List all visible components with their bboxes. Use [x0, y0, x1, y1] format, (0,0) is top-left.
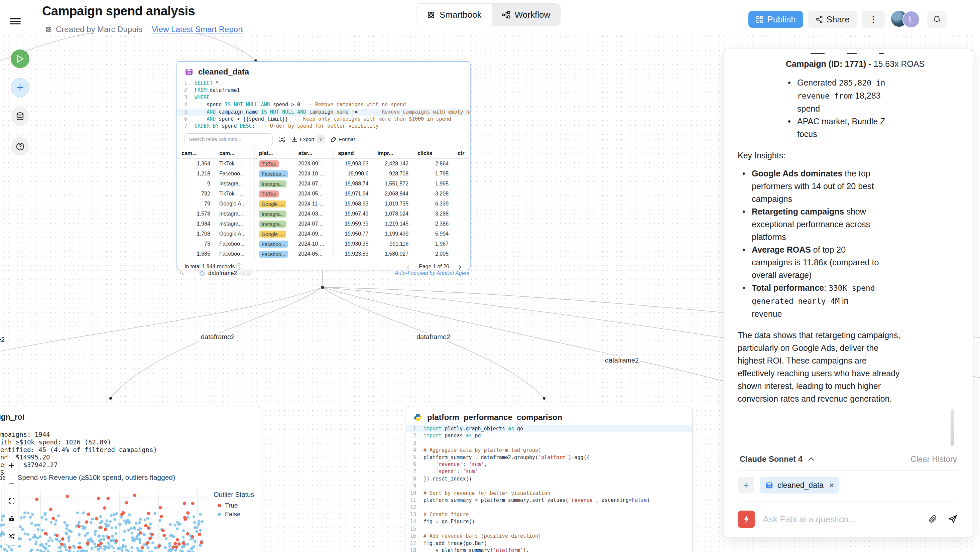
bullet-item: •Generated 285,820 in revenue from 18,28… [788, 76, 895, 115]
avatar[interactable]: L [902, 11, 920, 28]
ask-question-input[interactable] [762, 514, 920, 525]
chart-legend: Outlier Status True False [213, 491, 254, 519]
notifications-button[interactable] [927, 11, 947, 28]
bullet-item: •Google Ads dominates the top performers… [742, 167, 880, 205]
expand-table-button[interactable] [279, 136, 285, 143]
plus-icon [16, 83, 24, 92]
more-options-button[interactable]: ⋮ [862, 11, 885, 28]
table-row[interactable]: 1,218Faceboo...Faceboo...2024-10-...19,9… [177, 169, 470, 179]
table-row[interactable]: 9Instagra...Instagra...2024-07...19,988.… [177, 179, 470, 189]
download-icon [291, 136, 298, 142]
chat-transcript[interactable]: Campaign (ID: 1771) - 15.63x ROAS•Genera… [738, 51, 958, 449]
message-block: Campaign (ID: 1771) - 15.63x ROAS [786, 57, 958, 70]
lock-button[interactable] [5, 509, 18, 527]
svg-text:sql: sql [767, 485, 771, 487]
table-row[interactable]: 1,685Faceboo...Faceboo...2024-05...19,92… [177, 249, 470, 259]
info-icon[interactable]: i [236, 263, 242, 270]
fullscreen-icon [8, 498, 15, 504]
bullet-item: •Total performance: 330K spend generated… [742, 282, 880, 320]
search-table-columns-input[interactable] [185, 133, 273, 145]
sql-code-editor[interactable]: 1⌄SELECT *2 FROM dataframe13 WHERE4 spen… [177, 80, 470, 130]
unlock-icon [8, 515, 15, 522]
panel-scrollbar[interactable] [951, 409, 954, 446]
output-dataframe-chip[interactable]: dataframe2 [208, 270, 237, 277]
collaborator-avatars: L [891, 11, 920, 28]
divider [738, 501, 959, 502]
attach-file-button[interactable] [927, 513, 939, 526]
menu-button[interactable] [10, 17, 21, 25]
return-arrow-icon: ↳ [179, 269, 185, 277]
view-toggle: Smartbook Workflow [416, 3, 560, 26]
clear-history-button[interactable]: Clear History [908, 454, 959, 464]
drag-handle-icon[interactable]: ⋮⋮ [240, 270, 252, 276]
cell-cleaned-data[interactable]: sql cleaned_data 1⌄SELECT *2 FROM datafr… [177, 61, 471, 270]
context-chip-cleaned-data[interactable]: sql cleaned_data × [760, 477, 839, 493]
clipped-message-line [788, 51, 958, 54]
legend-item-true[interactable]: True [218, 502, 254, 509]
smartbook-icon [45, 26, 52, 33]
cell-campaign-roi[interactable]: top_campaign_roi Filtered campaigns: 194… [0, 407, 262, 552]
edge-label-dataframe2: dataframe2 [415, 333, 452, 341]
table-header-row: cam...cam...plat...star...spendimpr...cl… [177, 148, 470, 159]
chevron-up-icon [808, 457, 815, 461]
results-table: cam...cam...plat...star...spendimpr...cl… [177, 148, 470, 259]
send-icon [948, 514, 958, 524]
smartbook-icon [426, 10, 436, 19]
remove-chip-button[interactable]: × [827, 480, 834, 490]
export-button[interactable]: Export ∨ [291, 135, 325, 143]
column-header[interactable]: plat... [255, 148, 294, 158]
python-icon [414, 413, 423, 422]
app: dataframe2 dataframe2 dataframe2 datafra… [0, 0, 980, 552]
chat-controls: Claude Sonnet 4 Clear History + sql clea… [724, 450, 973, 537]
add-context-button[interactable]: + [738, 477, 754, 493]
bolt-icon [741, 514, 751, 524]
tab-workflow[interactable]: Workflow [492, 4, 560, 26]
publish-button[interactable]: Publish [748, 11, 803, 28]
publish-grid-icon [756, 15, 764, 23]
legend-item-false[interactable]: False [218, 511, 254, 518]
fit-view-button[interactable] [5, 492, 18, 509]
python-code-editor[interactable]: 1 import plotly.graph_objects as go2 imp… [406, 425, 692, 552]
cell-platform-performance-comparison[interactable]: platform_performance_comparison 1 import… [406, 407, 692, 552]
sql-database-icon: sql [185, 67, 194, 76]
message-block: •Google Ads dominates the top performers… [742, 167, 880, 320]
edge-label-dataframe2: dataframe2 [199, 333, 236, 341]
data-sources-button[interactable] [11, 107, 29, 126]
table-row[interactable]: 1,578Instagra...Instagra...2024-03...19,… [177, 209, 470, 219]
database-icon [16, 112, 24, 121]
table-row[interactable]: 79Google A...Google ...2024-11-...19,968… [177, 199, 470, 209]
column-header[interactable]: star... [294, 148, 334, 158]
add-cell-button[interactable] [11, 78, 29, 97]
share-icon [815, 15, 823, 23]
view-latest-smart-report-link[interactable]: View Latest Smart Report [152, 25, 243, 34]
column-header[interactable]: ctr [453, 148, 470, 158]
column-header[interactable]: spend [333, 148, 373, 158]
cell-title: top_campaign_roi [0, 407, 262, 426]
zoom-out-button[interactable] [5, 474, 18, 492]
tab-smartbook[interactable]: Smartbook [417, 4, 492, 26]
bullet-item: •Average ROAS of top 20 campaigns is 11.… [742, 243, 880, 282]
column-header[interactable]: clicks [413, 148, 453, 158]
table-row[interactable]: 1,364TikTok - ...TikTok2024-09...19,993.… [177, 159, 470, 169]
table-row[interactable]: 732TikTok - ...TikTok2024-05...19,971.94… [177, 189, 470, 199]
model-selector[interactable]: Claude Sonnet 4 [738, 454, 816, 464]
top-bar: Campaign spend analysis Created by Marc … [0, 0, 980, 33]
cell-title: cleaned_data [198, 67, 249, 76]
expand-icon [279, 136, 285, 143]
created-by: Created by Marc Dupuis [56, 25, 142, 34]
column-header[interactable]: cam... [215, 148, 255, 158]
help-button[interactable] [11, 137, 29, 156]
column-header[interactable]: impr... [373, 148, 413, 158]
column-header[interactable]: cam... [177, 148, 215, 158]
table-row[interactable]: 1,984Instagra...Instagra...2024-07...19,… [177, 219, 470, 229]
share-button[interactable]: Share [808, 11, 857, 28]
shuffle-layout-button[interactable] [5, 527, 18, 545]
send-button[interactable] [946, 512, 959, 526]
table-row[interactable]: 1,708Google A...Google ...2024-09...19,9… [177, 229, 470, 239]
export-options-chevron[interactable]: ∨ [317, 135, 325, 143]
run-workflow-button[interactable] [11, 49, 29, 68]
zoom-in-button[interactable] [5, 457, 18, 474]
play-icon [16, 54, 24, 63]
table-row[interactable]: 73Faceboo...Faceboo...2024-10-...19,930.… [177, 239, 470, 249]
format-button[interactable]: Format [331, 136, 355, 142]
